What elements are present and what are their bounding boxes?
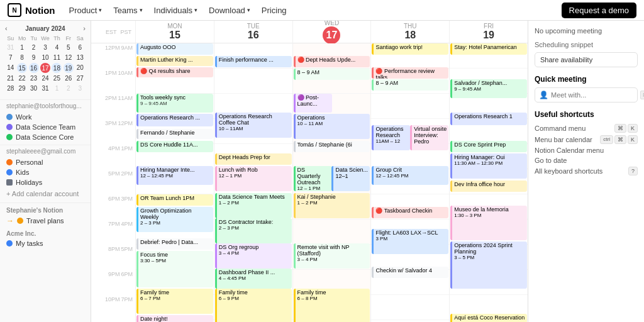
event[interactable]: Operations Research 1 — [450, 113, 527, 125]
nav-download[interactable]: Download ▾ — [204, 3, 255, 18]
event[interactable]: Group Crit12 – 12:45 PM — [372, 166, 448, 185]
cal-personal[interactable]: Personal — [0, 157, 91, 167]
event[interactable]: Salvador / Stephan...9 – 9:45 AM — [450, 79, 527, 98]
event[interactable]: Lunch with Rob12 – 1 PM — [215, 166, 292, 191]
event[interactable]: Aquí está Coco Reservation7 – 9 PM — [450, 314, 527, 322]
prev-month-button[interactable]: ‹ — [5, 25, 8, 32]
day-header-wed[interactable]: Wed 17 — [292, 21, 371, 47]
event[interactable]: 8 – 9 AM — [372, 79, 448, 91]
cal-day[interactable]: 8 — [16, 53, 27, 62]
nav-teams[interactable]: Teams ▾ — [108, 3, 147, 18]
cal-holidays[interactable]: Holidays — [0, 177, 91, 187]
cal-day[interactable]: 3 — [40, 43, 50, 52]
cal-day[interactable]: 5 — [63, 43, 74, 52]
cal-day[interactable]: 13 — [75, 53, 86, 62]
cal-day[interactable]: 29 — [16, 84, 27, 93]
event[interactable]: Hiring Manager: Oui11:30 AM – 12:30 PM — [450, 153, 527, 179]
cal-day[interactable]: 16 — [29, 63, 39, 73]
day-header-mon[interactable]: Mon 15 — [135, 21, 214, 43]
cal-kids[interactable]: Kids — [0, 167, 91, 177]
event[interactable]: 8 – 9 AM — [294, 69, 370, 80]
next-month-button[interactable]: › — [83, 25, 86, 32]
event[interactable]: Operations10 – 11 AM — [294, 114, 370, 139]
cal-day[interactable]: 3 — [75, 84, 86, 93]
cal-work[interactable]: Work — [0, 112, 91, 122]
event[interactable]: Family time6 – 8 PM — [294, 289, 370, 322]
event[interactable]: Operations Research ... — [136, 114, 213, 126]
cal-day[interactable]: 9 — [28, 53, 39, 62]
event[interactable]: DS Contractor Intake:2 – 3 PM — [215, 218, 292, 243]
event[interactable]: Fernando / Stephanie — [136, 129, 213, 139]
meet-with-input[interactable] — [551, 91, 638, 99]
cal-day[interactable]: 15 — [17, 63, 27, 73]
event[interactable]: Augusto OOO — [136, 43, 213, 55]
event[interactable]: 🔴 Taskboard Checkin — [372, 207, 448, 218]
cal-day[interactable]: 14 — [5, 63, 16, 73]
event[interactable]: Data Scien... 12–1 — [331, 166, 370, 191]
cal-day[interactable]: 2 — [63, 84, 74, 93]
share-availability-button[interactable]: Share availability — [535, 52, 638, 67]
cal-day[interactable]: 26 — [63, 74, 74, 83]
nav-pricing[interactable]: Pricing — [257, 3, 292, 18]
event[interactable]: Dashboard Phase II ...4 – 4:45 PM — [215, 269, 292, 289]
event[interactable]: 🟣 Post-Launc... — [294, 94, 332, 113]
cal-day[interactable]: 30 — [28, 84, 39, 93]
logo[interactable]: N Notion — [8, 3, 55, 17]
nav-individuals[interactable]: Individuals ▾ — [149, 3, 203, 18]
cal-day-today[interactable]: 17 — [40, 63, 50, 73]
event[interactable]: Tomás / Stephanie (6i — [294, 141, 370, 152]
cal-day[interactable]: 20 — [75, 63, 86, 73]
event[interactable]: Checkin w/ Salvador 4 — [372, 267, 448, 278]
request-demo-button[interactable]: Request a demo — [562, 3, 636, 18]
event[interactable]: Growth Optimization Weekly2 – 3 PM — [136, 207, 213, 232]
event[interactable]: Tools weekly sync9 – 9:45 AM — [136, 94, 213, 113]
cal-day[interactable]: 1 — [16, 43, 27, 52]
cal-day[interactable]: 11 — [52, 53, 62, 62]
event[interactable]: Hiring Manager Inte...12 – 12:45 PM — [136, 166, 213, 185]
event[interactable]: Data Science Team Meets1 – 2 PM — [215, 193, 292, 218]
notion-travel-plans[interactable]: → Travel plans — [0, 215, 91, 226]
cal-day[interactable]: 27 — [75, 74, 86, 83]
event[interactable]: Debrief: Pedro | Data... — [136, 238, 213, 250]
cal-day[interactable]: 6 — [75, 43, 86, 52]
cal-day[interactable]: 24 — [40, 74, 50, 83]
cal-day[interactable]: 12 — [63, 53, 74, 62]
event[interactable]: Flight: LA603 LAX→SCL3 PM — [372, 229, 448, 254]
event[interactable]: Dept Heads Prep for — [215, 153, 292, 165]
event[interactable]: Operations Research Coffee Chat10 – 11AM — [215, 113, 292, 138]
nav-product[interactable]: Product ▾ — [64, 3, 107, 18]
cal-day[interactable]: 19 — [64, 63, 74, 73]
event[interactable]: Martin Luther King ... — [136, 56, 213, 66]
cal-day[interactable]: 31 — [5, 43, 16, 52]
event[interactable]: Kai / Stephanie1 – 2 PM — [294, 193, 370, 218]
cal-day[interactable]: 1 — [52, 84, 62, 93]
event[interactable]: 🔴 Performance review talks — [372, 67, 448, 79]
event[interactable]: Museo de la Memoria1:30 – 3 PM — [450, 206, 527, 240]
cal-day[interactable]: 31 — [40, 84, 50, 93]
event[interactable]: OR Team Lunch 1PM — [136, 194, 213, 206]
cal-day[interactable]: 4 — [52, 43, 62, 52]
cal-day[interactable]: 28 — [5, 84, 16, 93]
cal-day[interactable]: 25 — [52, 74, 62, 83]
cal-day[interactable]: 22 — [16, 74, 27, 83]
day-header-fri[interactable]: Fri 19 — [449, 21, 528, 43]
event[interactable]: DS Core Sprint Prep — [450, 141, 527, 152]
cal-data-science-core[interactable]: Data Science Core — [0, 132, 91, 142]
cal-day[interactable]: 18 — [52, 63, 62, 73]
cal-day[interactable]: 2 — [28, 43, 39, 52]
day-header-thu[interactable]: Thu 18 — [370, 21, 449, 43]
event[interactable]: DS Org regroup3 – 4 PM — [215, 243, 292, 269]
event[interactable]: Focus time3:30 – 5PM — [136, 251, 213, 287]
event[interactable]: DS Quarterly Outreach12 – 1 PM — [294, 166, 332, 191]
event[interactable]: Date night!7 – 9 PM — [136, 315, 213, 322]
event[interactable]: DS Core Huddle 11A... — [136, 141, 213, 152]
cal-day[interactable]: 7 — [5, 53, 16, 62]
event[interactable]: Remote visit with NP (Stafford)3 – 4 PM — [294, 243, 370, 269]
cal-data-science-team[interactable]: Data Science Team — [0, 122, 91, 132]
event[interactable]: Stay: Hotel Panamerican — [450, 43, 527, 55]
event[interactable]: Santiago work trip! — [372, 43, 448, 55]
event[interactable]: Family time6 – 7 PM — [136, 289, 213, 314]
add-calendar-account[interactable]: + Add calendar account — [0, 187, 91, 200]
cal-day[interactable]: 21 — [5, 74, 16, 83]
event[interactable]: Finish performance ... — [215, 56, 292, 67]
